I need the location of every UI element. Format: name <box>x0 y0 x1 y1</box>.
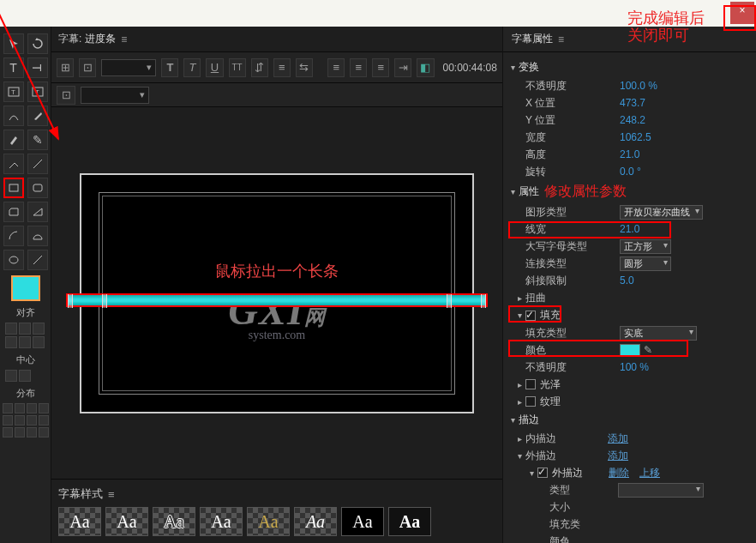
half-circle-tool-icon[interactable] <box>27 226 48 246</box>
wedge-tool-icon[interactable] <box>27 202 48 222</box>
stroke-moveup[interactable]: 上移 <box>639 466 660 480</box>
close-button[interactable]: × <box>730 2 754 24</box>
align-btn[interactable] <box>19 336 31 348</box>
leading-icon[interactable]: ≡ <box>273 58 291 77</box>
rotation-value[interactable]: 0.0 ° <box>620 166 641 178</box>
align-btn[interactable] <box>19 323 31 335</box>
type-tool-icon[interactable]: T <box>3 57 24 78</box>
area-type-tool-icon[interactable]: T <box>3 81 24 102</box>
italic-icon[interactable]: T <box>183 58 201 77</box>
add-point-tool-icon[interactable] <box>3 154 24 174</box>
line-width-value[interactable]: 21.0 <box>620 223 639 235</box>
fill-type-select[interactable]: 实底 <box>620 326 697 341</box>
style-swatch[interactable]: Aa <box>153 507 195 536</box>
selection-tool-icon[interactable] <box>3 33 24 54</box>
template-icon[interactable]: ⊞ <box>57 58 74 77</box>
rotate-tool-icon[interactable] <box>27 33 48 54</box>
fill-color-value[interactable] <box>620 344 640 356</box>
view-icon[interactable]: ⊡ <box>57 86 75 105</box>
stroke-delete[interactable]: 删除 <box>609 466 629 480</box>
distribute-btn[interactable] <box>15 427 25 437</box>
props-menu-icon[interactable]: ≡ <box>558 33 564 45</box>
rectangle-tool-icon[interactable] <box>3 178 24 198</box>
x-value[interactable]: 473.7 <box>620 97 645 109</box>
tab-icon[interactable]: ⇥ <box>394 58 411 77</box>
distribute-btn[interactable] <box>39 427 49 437</box>
tracking-icon[interactable]: ⇆ <box>296 58 313 77</box>
fill-checkbox[interactable] <box>525 311 536 321</box>
align-btn[interactable] <box>5 336 17 348</box>
distribute-btn[interactable] <box>3 427 13 437</box>
font-select[interactable]: ▾ <box>101 59 156 76</box>
view-select[interactable]: ▾ <box>81 87 149 104</box>
style-swatch[interactable]: Aa <box>200 507 243 536</box>
distribute-btn[interactable] <box>27 427 37 437</box>
bold-icon[interactable]: T <box>161 58 178 77</box>
panel-menu-icon[interactable]: ≡ <box>121 33 127 45</box>
style-swatch[interactable]: Aa <box>388 507 431 536</box>
progress-bar-shape[interactable] <box>66 293 488 307</box>
distribute-btn[interactable] <box>39 403 49 413</box>
width-value[interactable]: 1062.5 <box>620 131 651 143</box>
align-btn[interactable] <box>33 323 45 335</box>
style-swatch[interactable]: Aa <box>341 507 384 536</box>
outer-stroke-add[interactable]: 添加 <box>608 449 628 463</box>
height-value[interactable]: 21.0 <box>620 148 639 160</box>
distribute-btn[interactable] <box>3 403 13 413</box>
distribute-btn[interactable] <box>15 403 25 413</box>
align-btn[interactable] <box>5 323 17 335</box>
align-center-icon[interactable]: ≡ <box>350 58 367 77</box>
clipped-rect-tool-icon[interactable] <box>3 202 24 222</box>
join-select[interactable]: 圆形 <box>620 256 671 271</box>
line-tool-icon[interactable] <box>27 250 48 270</box>
outer-stroke-item-checkbox[interactable] <box>537 468 548 478</box>
kerning-icon[interactable]: ⇵ <box>251 58 268 77</box>
texture-checkbox[interactable] <box>525 396 536 407</box>
fill-color-swatch[interactable] <box>11 275 40 301</box>
align-right-icon[interactable]: ≡ <box>372 58 389 77</box>
convert-point-tool-icon[interactable] <box>27 154 48 174</box>
ellipse-tool-icon[interactable] <box>3 250 24 270</box>
sheen-checkbox[interactable] <box>525 379 536 389</box>
brush-tool-icon[interactable] <box>3 130 24 150</box>
miter-value[interactable]: 5.0 <box>620 275 634 287</box>
style-swatch[interactable]: Aa <box>294 507 337 536</box>
eyedropper-icon[interactable]: ✎ <box>644 344 656 356</box>
styles-menu-icon[interactable]: ≡ <box>108 488 115 501</box>
template2-icon[interactable]: ⊡ <box>79 58 96 77</box>
video-toggle-icon[interactable]: ◧ <box>417 58 434 77</box>
path-tool-icon[interactable] <box>3 106 24 126</box>
group-attributes[interactable]: ▾属性修改属性参数 <box>507 180 749 203</box>
arc-tool-icon[interactable] <box>3 226 24 246</box>
opacity-value[interactable]: 100.0 % <box>620 80 657 92</box>
timecode-value[interactable]: 00:00:44:08 <box>443 62 497 74</box>
align-left-icon[interactable]: ≡ <box>327 58 345 77</box>
pencil-tool-icon[interactable]: ✎ <box>27 130 48 150</box>
style-swatch[interactable]: Aa <box>105 507 148 536</box>
distribute-btn[interactable] <box>27 403 37 413</box>
distribute-btn[interactable] <box>3 415 13 425</box>
align-btn[interactable] <box>33 336 45 348</box>
pen-tool-icon[interactable] <box>27 106 48 126</box>
distort-label[interactable]: 扭曲 <box>525 291 620 305</box>
path-type-tool-icon[interactable]: T <box>27 81 48 102</box>
group-transform[interactable]: ▾变换 <box>507 57 749 77</box>
underline-icon[interactable]: U <box>206 58 223 77</box>
shape-type-select[interactable]: 开放贝塞尔曲线 <box>620 205 703 220</box>
size-icon[interactable]: TT <box>229 58 246 77</box>
group-stroke[interactable]: ▾描边 <box>507 410 749 430</box>
rounded-rect-tool-icon[interactable] <box>27 178 48 198</box>
style-swatch[interactable]: Aa <box>58 507 101 536</box>
fill-opacity-value[interactable]: 100 % <box>620 361 649 373</box>
vertical-type-tool-icon[interactable]: T <box>27 57 48 78</box>
style-swatch[interactable]: Aa <box>247 507 290 536</box>
center-btn[interactable] <box>19 370 31 382</box>
y-value[interactable]: 248.2 <box>620 114 645 126</box>
stroke-type-select[interactable] <box>618 483 704 498</box>
distribute-btn[interactable] <box>15 415 25 425</box>
center-btn[interactable] <box>5 370 17 382</box>
caps-select[interactable]: 正方形 <box>620 239 671 254</box>
title-canvas[interactable]: 鼠标拉出一个长条 GXI网 system.com <box>80 173 474 413</box>
distribute-btn[interactable] <box>27 415 37 425</box>
distribute-btn[interactable] <box>39 415 49 425</box>
